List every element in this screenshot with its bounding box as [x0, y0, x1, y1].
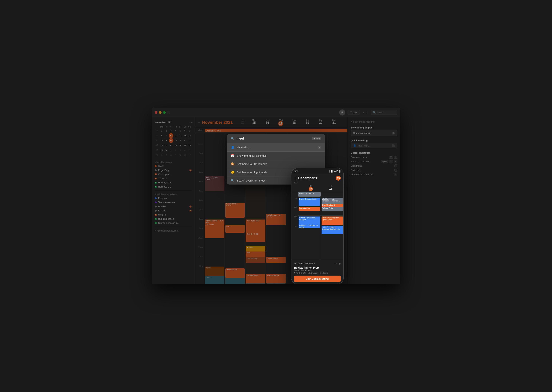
phone-location-row: NYC [291, 181, 344, 184]
search-query: meet [237, 137, 310, 140]
phone-ev-weekly-1-1[interactable]: Weekly 1 : 1 Raphael <> Madhu [299, 224, 320, 228]
phone-time-col: 12 1PM 2PM 3PM [291, 192, 298, 260]
phone-day-num-thu: 15 [309, 187, 313, 191]
result-label-4: Search events for "meet" [237, 179, 266, 182]
search-option-badge: option [312, 137, 321, 140]
upcoming-row: Upcoming in 48 mins ··· ⊕ [294, 262, 341, 265]
result-icon-0: 👤 [231, 146, 235, 149]
join-zoom-button[interactable]: Join Zoom meeting [294, 276, 341, 282]
phone-day-num-fri: 16 [329, 187, 332, 190]
wifi-icon: WiFi [334, 170, 338, 172]
result-label-3: Set theme to › Light mode [237, 171, 267, 174]
phone-events-area: Austin / Raphael 1:1 Design Critique Wee… [298, 192, 344, 260]
phone-content: ☰ December ▾ 15 NYC Thu 15 Fri 16 [291, 174, 344, 284]
upcoming-event-loc: NYC-8-CONF-13 (Design) (6) [Zoom] [294, 272, 341, 274]
phone-ev-debrief-sw[interactable]: Debrief | Software Engineer, Calendar In… [322, 226, 343, 234]
phone-location: NYC [294, 182, 298, 184]
phone-day-headers: Thu 15 Fri 16 [291, 184, 344, 192]
phone-header: ☰ December ▾ 15 [291, 174, 344, 181]
result-label-1: Show menu bar calendar [237, 154, 266, 157]
search-result-dark[interactable]: 🎨 Set theme to › Dark mode [227, 160, 325, 168]
phone-time: 5:12 [294, 170, 298, 172]
phone-month-title: December ▾ [298, 176, 334, 180]
battery-icon: ▓ [339, 170, 340, 172]
upcoming-event-time: 6–6:45 PM 45mins [294, 269, 341, 271]
phone-bottom: Upcoming in 48 mins ··· ⊕ Review launch … [291, 260, 344, 284]
phone-day-thu: Thu 15 [301, 184, 321, 192]
phone-notch [308, 168, 327, 173]
phone-ev-follower-friday[interactable]: Follower Friday [322, 207, 343, 211]
upcoming-add-icon[interactable]: ⊕ [338, 262, 341, 265]
phone-menu-icon[interactable]: ☰ [294, 176, 297, 180]
search-input-row: 🔍 meet option [227, 134, 325, 143]
upcoming-label: Upcoming in 48 mins [294, 262, 315, 265]
upcoming-event-title: Review launch prep [294, 266, 341, 269]
phone-ev-debrief[interactable]: Debrief | Engineering Manager... [299, 217, 320, 225]
result-icon-2: 🎨 [231, 162, 235, 166]
search-result-menu-bar[interactable]: 📅 Show menu bar calendar [227, 152, 325, 160]
result-icon-4: 🔍 [231, 179, 235, 182]
phone-date-badge: 15 [336, 176, 341, 181]
phone-mockup: 5:12 ▐▐▐ WiFi ▓ ☰ December ▾ 15 NYC [291, 168, 344, 284]
phone-calendar-grid: 12 1PM 2PM 3PM Austin / Raphael 1:1 [291, 192, 344, 260]
phone-ev-hold-cron[interactable]: [Hold] Cron Integration Update Async [322, 217, 343, 225]
phone-ev-cron-standup[interactable]: Cron stand-up [299, 207, 320, 211]
upcoming-more-icon[interactable]: ··· [335, 262, 337, 265]
phone-thu-col: Austin / Raphael 1:1 Design Critique Wee… [298, 192, 321, 260]
mac-window: R Today ‹ › 🔍 Search November 2021 ‹ › [152, 108, 400, 284]
signal-icon: ▐▐▐ [329, 170, 333, 172]
upcoming-icons: ··· ⊕ [335, 262, 341, 265]
search-result-meet-with[interactable]: 👤 Meet with... F [227, 143, 325, 151]
result-icon-1: 📅 [231, 154, 235, 157]
result-kbd-0: F [318, 146, 321, 149]
phone-day-fri: Fri 16 [321, 184, 341, 192]
phone-status-icons: ▐▐▐ WiFi ▓ [329, 170, 340, 172]
result-icon-3: 🌞 [231, 170, 235, 174]
result-label-0: Meet with... [237, 146, 251, 149]
result-label-2: Set theme to › Dark mode [237, 162, 267, 166]
search-modal-icon: 🔍 [231, 137, 235, 140]
phone-fri-col: Life Story — MJ / Karlstrom — Raphael 1 … [321, 192, 344, 260]
phone-ev-design-critique[interactable]: Design Critique Weekly [299, 198, 320, 206]
main-layout: November 2021 ‹ › Mo Tu We Th [152, 117, 400, 284]
phone-allday-event[interactable]: Austin / Raphael 1:1 [298, 192, 321, 196]
